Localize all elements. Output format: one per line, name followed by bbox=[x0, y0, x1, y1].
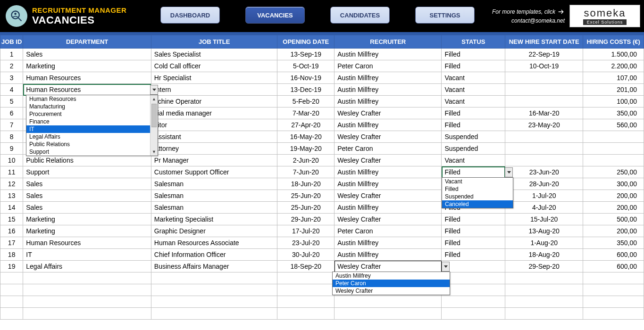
cell-title[interactable]: Chief Information Officer bbox=[151, 249, 277, 261]
cell-title[interactable]: Hr Specialist bbox=[151, 72, 277, 84]
cell-empty[interactable] bbox=[277, 272, 335, 284]
cell-empty[interactable] bbox=[505, 272, 583, 284]
cell-dept[interactable]: Marketing bbox=[23, 214, 151, 225]
cell-title[interactable]: achine Operator bbox=[151, 96, 277, 107]
cell-empty[interactable] bbox=[23, 308, 151, 320]
col-title[interactable]: JOB TITLE bbox=[151, 35, 277, 49]
cell-id[interactable]: 14 bbox=[0, 202, 23, 214]
cell-recruiter[interactable]: Wesley Crafter bbox=[335, 107, 442, 119]
cell-status[interactable]: Vacant bbox=[442, 84, 505, 96]
contact-email[interactable]: contact@someka.net bbox=[511, 17, 565, 24]
cell-start[interactable]: 1-Aug-20 bbox=[505, 237, 583, 249]
cell-cost[interactable]: 560,00 bbox=[583, 119, 644, 131]
cell-start[interactable]: 23-Jun-20 bbox=[505, 166, 583, 178]
dept-dropdown-arrow[interactable] bbox=[150, 85, 158, 95]
cell-cost[interactable]: 350,00 bbox=[583, 237, 644, 249]
recruiter-dropdown-popup[interactable]: Austin MillfreyPeter CaronWesley Crafter bbox=[332, 272, 450, 295]
cell-recruiter[interactable]: Peter Caron bbox=[335, 225, 442, 237]
cell-id[interactable]: 8 bbox=[0, 131, 23, 143]
cell-status[interactable]: Filled bbox=[442, 214, 505, 225]
cell-empty[interactable] bbox=[23, 284, 151, 296]
col-start[interactable]: NEW HIRE START DATE bbox=[505, 35, 583, 49]
cell-empty[interactable] bbox=[0, 296, 23, 308]
cell-cost[interactable]: 300,00 bbox=[583, 178, 644, 190]
dropdown-item[interactable]: Filled bbox=[442, 185, 513, 193]
cell-start[interactable]: 22-Sep-19 bbox=[505, 49, 583, 60]
more-templates-link[interactable]: For more templates, click bbox=[492, 8, 565, 16]
cell-opening[interactable]: 18-Jun-20 bbox=[277, 178, 335, 190]
cell-dept[interactable]: Human Resources bbox=[23, 237, 151, 249]
cell-cost[interactable] bbox=[583, 131, 644, 143]
cell-title[interactable]: Customer Support Officer bbox=[151, 166, 277, 178]
recruiter-dropdown-arrow[interactable] bbox=[442, 262, 450, 272]
cell-recruiter[interactable]: Austin Millfrey bbox=[335, 84, 442, 96]
cell-start[interactable] bbox=[505, 72, 583, 84]
cell-opening[interactable]: 5-Feb-20 bbox=[277, 96, 335, 107]
cell-status[interactable]: Filled bbox=[442, 237, 505, 249]
cell-empty[interactable] bbox=[505, 308, 583, 320]
cell-dept[interactable]: Sales bbox=[23, 49, 151, 60]
cell-id[interactable]: 6 bbox=[0, 107, 23, 119]
cell-id[interactable]: 12 bbox=[0, 178, 23, 190]
cell-start[interactable]: 10-Oct-19 bbox=[505, 60, 583, 72]
cell-id[interactable]: 10 bbox=[0, 155, 23, 166]
col-id[interactable]: JOB ID bbox=[0, 35, 23, 49]
cell-recruiter[interactable]: Austin Millfrey bbox=[335, 96, 442, 107]
cell-empty[interactable] bbox=[0, 272, 23, 284]
cell-opening[interactable]: 13-Dec-19 bbox=[277, 84, 335, 96]
cell-opening[interactable]: 30-Jul-20 bbox=[277, 249, 335, 261]
scroll-up-icon[interactable]: ▲ bbox=[151, 95, 158, 103]
cell-opening[interactable]: 16-Nov-19 bbox=[277, 72, 335, 84]
cell-title[interactable]: ditor bbox=[151, 119, 277, 131]
cell-status[interactable]: Filled bbox=[442, 49, 505, 60]
nav-dashboard[interactable]: DASHBOARD bbox=[160, 7, 220, 24]
cell-status[interactable]: Filled bbox=[442, 225, 505, 237]
cell-empty[interactable] bbox=[0, 308, 23, 320]
cell-title[interactable]: Human Resources Associate bbox=[151, 237, 277, 249]
scroll-down-icon[interactable]: ▼ bbox=[151, 148, 158, 156]
cell-dept[interactable]: Sales bbox=[23, 202, 151, 214]
cell-opening[interactable]: 17-Jul-20 bbox=[277, 225, 335, 237]
cell-empty[interactable] bbox=[442, 272, 505, 284]
cell-recruiter[interactable]: Wesley Crafter bbox=[335, 261, 442, 272]
cell-opening[interactable]: 16-May-20 bbox=[277, 131, 335, 143]
cell-opening[interactable]: 25-Jun-20 bbox=[277, 202, 335, 214]
cell-cost[interactable]: 200,00 bbox=[583, 225, 644, 237]
cell-title[interactable]: Salesman bbox=[151, 202, 277, 214]
cell-title[interactable]: Business Affairs Manager bbox=[151, 261, 277, 272]
col-opening[interactable]: OPENING DATE bbox=[277, 35, 335, 49]
cell-opening[interactable]: 7-Jun-20 bbox=[277, 166, 335, 178]
cell-title[interactable]: Marketing Specialist bbox=[151, 214, 277, 225]
nav-candidates[interactable]: CANDIDATES bbox=[330, 7, 390, 24]
cell-empty[interactable] bbox=[151, 296, 277, 308]
cell-status[interactable]: Vacant bbox=[442, 72, 505, 84]
cell-status[interactable]: Filled bbox=[442, 60, 505, 72]
dropdown-item[interactable]: Peter Caron bbox=[333, 280, 450, 287]
cell-title[interactable]: Pr Manager bbox=[151, 155, 277, 166]
cell-id[interactable]: 9 bbox=[0, 143, 23, 155]
cell-title[interactable]: Graphic Designer bbox=[151, 225, 277, 237]
status-dropdown-popup[interactable]: VacantFilledSuspendedCanceled bbox=[442, 177, 513, 208]
cell-recruiter[interactable]: Austin Millfrey bbox=[335, 202, 442, 214]
cell-recruiter[interactable]: Austin Millfrey bbox=[335, 237, 442, 249]
cell-cost[interactable]: 201,00 bbox=[583, 84, 644, 96]
cell-id[interactable]: 3 bbox=[0, 72, 23, 84]
cell-empty[interactable] bbox=[583, 272, 644, 284]
cell-opening[interactable]: 29-Jun-20 bbox=[277, 214, 335, 225]
cell-opening[interactable]: 5-Oct-19 bbox=[277, 60, 335, 72]
cell-recruiter[interactable]: Austin Millfrey bbox=[335, 178, 442, 190]
cell-cost[interactable]: 250,00 bbox=[583, 166, 644, 178]
cell-id[interactable]: 18 bbox=[0, 249, 23, 261]
brand-logo[interactable]: someka Excel Solutions bbox=[569, 5, 640, 27]
cell-cost[interactable]: 1.500,00 bbox=[583, 49, 644, 60]
cell-empty[interactable] bbox=[583, 308, 644, 320]
cell-id[interactable]: 1 bbox=[0, 49, 23, 60]
cell-recruiter[interactable]: Wesley Crafter bbox=[335, 131, 442, 143]
cell-cost[interactable]: 600,00 bbox=[583, 261, 644, 272]
cell-title[interactable]: Attorney bbox=[151, 143, 277, 155]
dropdown-item[interactable]: Human Resources bbox=[26, 95, 150, 103]
cell-empty[interactable] bbox=[23, 296, 151, 308]
cell-start[interactable]: 15-Jul-20 bbox=[505, 214, 583, 225]
cell-id[interactable]: 19 bbox=[0, 261, 23, 272]
cell-recruiter[interactable]: Austin Millfrey bbox=[335, 166, 442, 178]
